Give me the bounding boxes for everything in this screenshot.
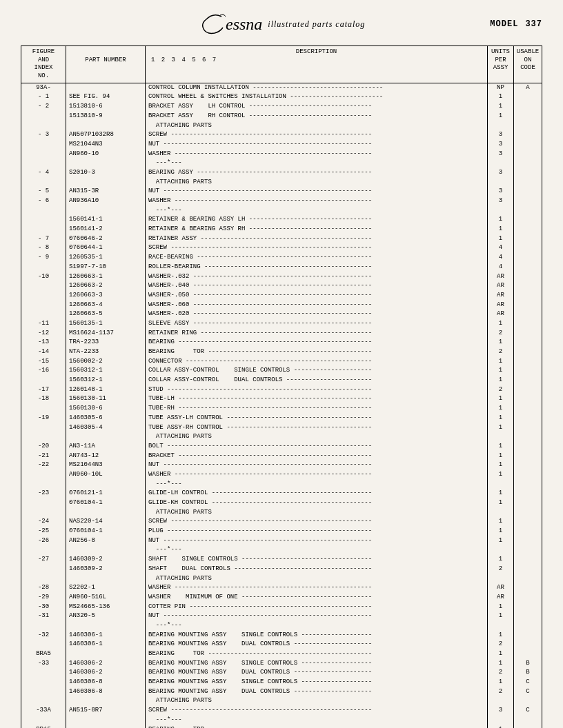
table-row: -29 AN960-516L WASHER MINIMUM OF ONE ---… [21, 593, 542, 603]
row-part [66, 159, 146, 168]
row-units [488, 178, 514, 188]
row-desc: SHAFT SINGLE CONTROLS ------------------… [146, 555, 488, 565]
row-desc: WASHER-.032 ----------------------------… [146, 272, 488, 282]
row-usable [514, 168, 542, 178]
row-units: 3 [488, 130, 514, 140]
row-usable [514, 92, 542, 102]
row-usable [514, 536, 542, 546]
row-units: 1 [488, 631, 514, 640]
row-usable [514, 263, 542, 272]
row-units: 1 [488, 319, 514, 329]
table-row: 93A- CONTROL COLUMN INSTALLATION -------… [21, 83, 542, 93]
row-part [66, 432, 146, 442]
row-units: 1 [488, 659, 514, 669]
row-units: 1 [488, 678, 514, 687]
row-part: 1460309-2 [66, 555, 146, 565]
row-usable [514, 310, 542, 319]
row-figure [21, 480, 66, 489]
row-figure: -19 [21, 414, 66, 423]
row-units: 2 [488, 329, 514, 338]
table-row: - 8 0760644-1 SCREW --------------------… [21, 243, 542, 253]
row-units: 4 [488, 253, 514, 263]
header-units: UNITS PER ASSY [488, 46, 514, 83]
table-row: 1560130-6 TUBE-RH ----------------------… [21, 404, 542, 414]
row-part: 1260148-1 [66, 385, 146, 395]
row-desc: TUBE-RH --------------------------------… [146, 404, 488, 414]
row-part: 1560141-1 [66, 215, 146, 225]
row-units: 1 [488, 555, 514, 565]
row-figure: BRA5 [21, 725, 66, 729]
row-part: MS24665-136 [66, 603, 146, 612]
row-figure [21, 687, 66, 697]
row-figure: -12 [21, 329, 66, 338]
row-units [488, 432, 514, 442]
row-figure: -13 [21, 338, 66, 347]
row-desc: ---*--- [146, 159, 488, 168]
row-desc: WASHER-.040 ----------------------------… [146, 281, 488, 291]
row-usable [514, 508, 542, 518]
table-row: -12 MS16624-1137 RETAINER RING ---------… [21, 329, 542, 338]
row-figure: -33A [21, 706, 66, 716]
row-units: 1 [488, 603, 514, 612]
table-row: -19 1460305-6 TUBE ASSY-LH CONTROL -----… [21, 414, 542, 423]
table-row: -30 MS24665-136 COTTER PIN -------------… [21, 603, 542, 612]
row-figure [21, 310, 66, 319]
row-usable [514, 716, 542, 725]
row-units: 2 [488, 668, 514, 678]
table-row: -27 1460309-2 SHAFT SINGLE CONTROLS ----… [21, 555, 542, 565]
row-figure [21, 678, 66, 687]
table-row: 1260663-4 WASHER-.060 ------------------… [21, 301, 542, 310]
row-desc: BRACKET ASSY RH CONTROL ----------------… [146, 112, 488, 121]
row-part: 0760646-2 [66, 234, 146, 244]
table-row: 1460306-1 BEARING MOUNTING ASSY DUAL CON… [21, 640, 542, 649]
table-row: 1460306-8 BEARING MOUNTING ASSY SINGLE C… [21, 678, 542, 687]
row-desc: SCREW ----------------------------------… [146, 130, 488, 140]
table-row: -25 0760104-1 PLUG ---------------------… [21, 527, 542, 536]
table-row: -17 1260148-1 STUD ---------------------… [21, 385, 542, 395]
row-units: 3 [488, 196, 514, 206]
row-usable: C [514, 706, 542, 716]
row-part: S1997-7-10 [66, 263, 146, 272]
row-units: 1 [488, 414, 514, 423]
row-usable [514, 649, 542, 659]
row-part: 1513810-9 [66, 112, 146, 121]
row-figure: -10 [21, 272, 66, 282]
table-row: 1560312-1 COLLAR ASSY-CONTROL DUAL CONTR… [21, 376, 542, 385]
row-usable [514, 385, 542, 395]
table-row: -20 AN3-11A BOLT -----------------------… [21, 442, 542, 452]
row-figure [21, 404, 66, 414]
row-units: AR [488, 310, 514, 319]
row-figure: -23 [21, 489, 66, 498]
row-figure: -20 [21, 442, 66, 452]
table-row: - 6 AN936A10 WASHER --------------------… [21, 196, 542, 206]
row-desc: BEARING MOUNTING ASSY SINGLE CONTROLS --… [146, 678, 488, 687]
row-desc: NUT ------------------------------------… [146, 187, 488, 196]
row-units: 3 [488, 150, 514, 159]
table-row: -11 1560135-1 SLEEVE ASSY --------------… [21, 319, 542, 329]
row-part: 1260663-1 [66, 272, 146, 282]
row-figure: -24 [21, 517, 66, 527]
table-row: -14 NTA-2233 BEARING TOR ---------------… [21, 347, 542, 357]
row-part [66, 480, 146, 489]
table-row: -10 1260663-1 WASHER-.032 --------------… [21, 272, 542, 282]
row-part [66, 206, 146, 216]
row-usable [514, 196, 542, 206]
row-part: S2010-3 [66, 168, 146, 178]
row-desc: PLUG -----------------------------------… [146, 527, 488, 536]
logo-text: essna [226, 15, 262, 34]
row-usable [514, 470, 542, 480]
table-row: 1260663-2 WASHER-.040 ------------------… [21, 281, 542, 291]
row-figure [21, 621, 66, 631]
table-row: -26 AN256-8 NUT ------------------------… [21, 536, 542, 546]
row-part: AN256-8 [66, 536, 146, 546]
row-figure: - 8 [21, 243, 66, 253]
row-units [488, 480, 514, 489]
row-units: 1 [488, 357, 514, 367]
row-units: NP [488, 83, 514, 93]
row-figure [21, 112, 66, 121]
page: essna illustrated parts catalog MODEL 33… [0, 0, 563, 728]
row-part: AN507P1032R8 [66, 130, 146, 140]
row-usable [514, 565, 542, 574]
row-units: 3 [488, 140, 514, 150]
row-units: 1 [488, 536, 514, 546]
